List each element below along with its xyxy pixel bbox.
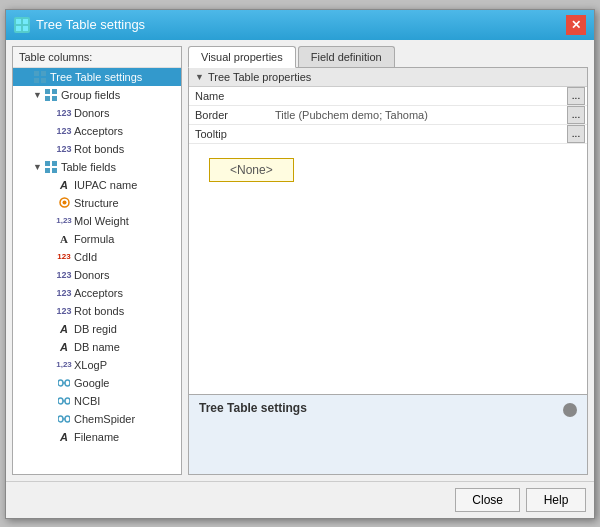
svg-rect-8 [45,89,50,94]
tree-item-label: Formula [74,233,114,245]
prop-edit-button[interactable]: ... [567,87,585,105]
tab-field-definition[interactable]: Field definition [298,46,395,67]
tree-item-iupac-name[interactable]: AIUPAC name [13,176,181,194]
tree-item-label: ChemSpider [74,413,135,425]
number-icon: 123 [57,268,71,282]
svg-rect-2 [16,26,21,31]
text-a-icon: A [57,430,71,444]
none-box[interactable]: <None> [209,158,294,182]
tree-item-db-name[interactable]: ADB name [13,338,181,356]
tree-item-label: Tree Table settings [50,71,142,83]
tree-item-xlogp[interactable]: 1,23XLogP [13,356,181,374]
tree-container: Tree Table settings▼ Group fields123Dono… [13,68,181,446]
property-row: Tooltip ... [189,124,587,143]
left-panel-header: Table columns: [13,47,181,68]
prop-btn-cell: ... [567,124,587,143]
svg-rect-4 [34,71,39,76]
text-a-icon: A [57,322,71,336]
tree-item-table-fields[interactable]: ▼ Table fields [13,158,181,176]
tree-item-label: DB name [74,341,120,353]
tree-item-acceptors-2[interactable]: 123Acceptors [13,284,181,302]
tree-item-acceptors-1[interactable]: 123Acceptors [13,122,181,140]
svg-rect-10 [45,96,50,101]
tree-item-mol-weight[interactable]: 1,23Mol Weight [13,212,181,230]
prop-edit-button[interactable]: ... [567,106,585,124]
tree-item-label: XLogP [74,359,107,371]
tree-item-filename[interactable]: AFilename [13,428,181,446]
tree-item-tree-table-settings[interactable]: Tree Table settings [13,68,181,86]
section-header: ▼ Tree Table properties [189,68,587,87]
prop-edit-button[interactable]: ... [567,125,585,143]
tree-item-label: Acceptors [74,287,123,299]
grid-icon [44,88,58,102]
status-text: Tree Table settings [199,401,555,415]
text-a-icon: A [57,178,71,192]
text-a-serif-icon: A [57,232,71,246]
status-bar: Tree Table settings [188,395,588,475]
tabs-bar: Visual properties Field definition [188,46,588,68]
tree-item-label: Rot bonds [74,305,124,317]
tree-item-label: DB regid [74,323,117,335]
expand-icon: ▼ [33,162,42,172]
number-red-icon: 123 [57,250,71,264]
svg-rect-5 [41,71,46,76]
number123-icon: 1,23 [57,358,71,372]
panel-content: ▼ Tree Table properties Name ... Border … [188,68,588,395]
title-bar-left: Tree Table settings [14,17,145,33]
tree-item-formula[interactable]: AFormula [13,230,181,248]
svg-rect-14 [45,168,50,173]
tree-item-label: Google [74,377,109,389]
svg-rect-18 [58,380,63,386]
link-icon [57,376,71,390]
properties-table: Name ... Border Title (Pubchem demo; Tah… [189,87,587,144]
tree-item-label: Group fields [61,89,120,101]
tree-item-chemspider[interactable]: ChemSpider [13,410,181,428]
close-footer-button[interactable]: Close [455,488,520,512]
tree-item-db-regid[interactable]: ADB regid [13,320,181,338]
tree-item-donors-1[interactable]: 123Donors [13,104,181,122]
tree-item-cdid[interactable]: 123CdId [13,248,181,266]
property-row: Border Title (Pubchem demo; Tahoma) ... [189,105,587,124]
right-panel: Visual properties Field definition ▼ Tre… [188,46,588,475]
prop-name: Border [189,105,269,124]
prop-btn-cell: ... [567,87,587,106]
tree-item-donors-2[interactable]: 123Donors [13,266,181,284]
tree-item-label: Table fields [61,161,116,173]
expand-icon: ▼ [33,90,42,100]
status-indicator [563,403,577,417]
tree-item-rot-bonds-2[interactable]: 123Rot bonds [13,302,181,320]
link-icon [57,412,71,426]
section-title: Tree Table properties [208,71,311,83]
svg-rect-25 [65,416,70,422]
tree-item-label: CdId [74,251,97,263]
main-window: Tree Table settings ✕ Table columns: Tre… [5,9,595,519]
tree-item-rot-bonds-1[interactable]: 123Rot bonds [13,140,181,158]
number-icon: 123 [57,124,71,138]
tree-item-label: Structure [74,197,119,209]
svg-rect-12 [45,161,50,166]
svg-rect-11 [52,96,57,101]
svg-rect-19 [65,380,70,386]
prop-value [269,124,567,143]
app-icon [14,17,30,33]
help-button[interactable]: Help [526,488,586,512]
tree-item-structure[interactable]: Structure [13,194,181,212]
svg-rect-0 [16,19,21,24]
svg-rect-7 [41,78,46,83]
close-button[interactable]: ✕ [566,15,586,35]
svg-rect-6 [34,78,39,83]
prop-name: Name [189,87,269,106]
tree-item-label: Donors [74,107,109,119]
tree-item-group-fields[interactable]: ▼ Group fields [13,86,181,104]
prop-btn-cell: ... [567,105,587,124]
prop-value [269,87,567,106]
title-bar: Tree Table settings ✕ [6,10,594,40]
circle-o-icon [57,196,71,210]
tab-visual-properties[interactable]: Visual properties [188,46,296,68]
svg-rect-1 [23,19,28,24]
svg-rect-22 [65,398,70,404]
tree-item-google[interactable]: Google [13,374,181,392]
left-panel: Table columns: Tree Table settings▼ Grou… [12,46,182,475]
tree-item-ncbi[interactable]: NCBI [13,392,181,410]
prop-value: Title (Pubchem demo; Tahoma) [269,105,567,124]
